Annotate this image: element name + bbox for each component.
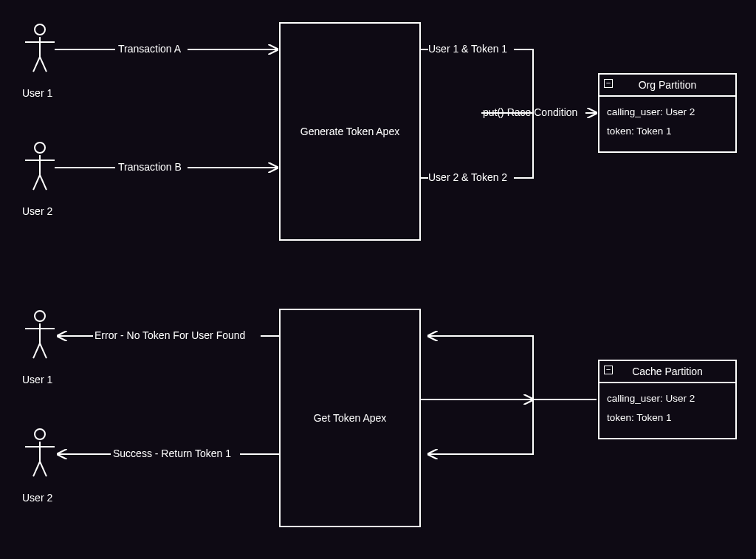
transaction-a-label: Transaction A [118, 43, 181, 55]
cache-partition-title: Cache Partition [632, 366, 703, 377]
transaction-b-label: Transaction B [118, 161, 182, 173]
user2-token2-label: User 2 & Token 2 [428, 171, 507, 183]
org-partition-line1: calling_user: User 2 [607, 103, 728, 122]
race-condition-label: put() Race Condition [483, 106, 577, 118]
diagram-canvas: User 1 User 2 Generate Token Apex − Org … [0, 0, 756, 559]
cache-partition-line2: token: Token 1 [607, 408, 728, 428]
cache-partition-box: − Cache Partition calling_user: User 2 t… [598, 360, 737, 439]
actor-user2-top [25, 142, 55, 198]
actor-user1-top [25, 24, 55, 80]
success-msg-label: Success - Return Token 1 [113, 447, 231, 459]
actor-user2-bottom-label: User 2 [22, 492, 52, 504]
org-partition-line2: token: Token 1 [607, 122, 728, 141]
generate-token-apex-label: Generate Token Apex [300, 126, 399, 137]
org-partition-title: Org Partition [639, 79, 697, 91]
actor-user1-bottom-label: User 1 [22, 374, 52, 385]
org-partition-box: − Org Partition calling_user: User 2 tok… [598, 73, 737, 153]
collapse-icon: − [604, 79, 613, 88]
user1-token1-label: User 1 & Token 1 [428, 43, 507, 55]
get-token-apex-label: Get Token Apex [314, 412, 387, 424]
generate-token-apex-box: Generate Token Apex [279, 22, 421, 241]
actor-user2-bottom [25, 428, 55, 484]
collapse-icon: − [604, 366, 613, 374]
error-msg-label: Error - No Token For User Found [94, 329, 245, 341]
actor-user2-top-label: User 2 [22, 205, 52, 217]
get-token-apex-box: Get Token Apex [279, 309, 421, 527]
actor-user1-top-label: User 1 [22, 87, 52, 99]
cache-partition-line1: calling_user: User 2 [607, 389, 728, 408]
actor-user1-bottom [25, 310, 55, 366]
